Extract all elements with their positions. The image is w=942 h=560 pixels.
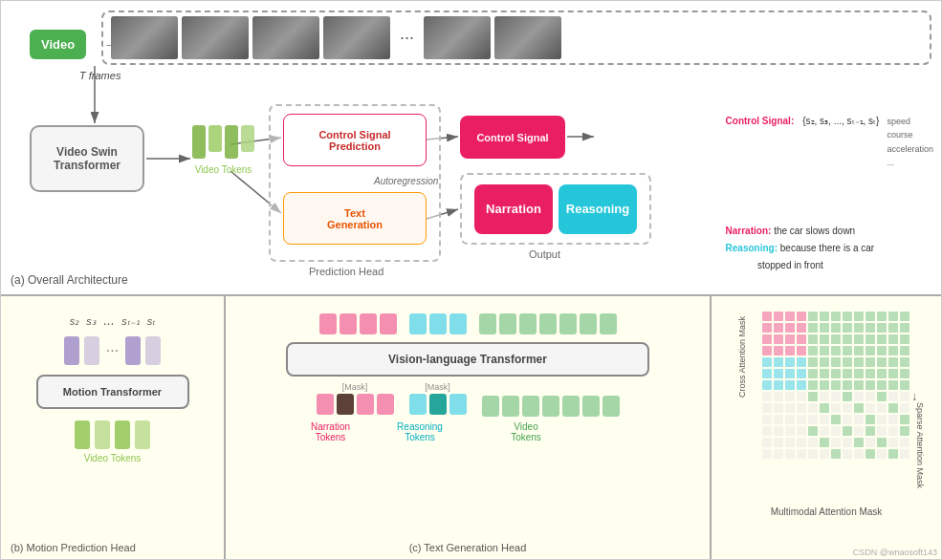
video-tokens-label: Video Tokens (195, 164, 252, 175)
n-in-tok-1 (317, 394, 334, 415)
ctrl-pred-box: Control Signal Prediction (283, 114, 427, 166)
narration-box: Narration (474, 184, 553, 234)
green-bars-row (75, 420, 150, 449)
green-bar-1 (75, 420, 90, 449)
video-tok-2 (499, 313, 516, 334)
frame-3 (252, 16, 319, 59)
v-in-tok-6 (582, 396, 600, 417)
reasoning-tok-1 (409, 313, 427, 334)
purple-bar-4 (145, 336, 161, 365)
v-in-tok-2 (502, 396, 519, 417)
text-gen-box: Text Generation (283, 192, 427, 245)
cross-attn-label: Cross Attention Mask (737, 316, 747, 398)
n-in-tok-4 (377, 394, 394, 415)
narration-tokens-label: Narration Tokens (290, 421, 371, 442)
frame-4 (323, 16, 390, 59)
purple-bar-1 (64, 336, 79, 365)
video-tok-6 (580, 313, 597, 334)
sparse-attn-label: Sparse Attention Mask (915, 402, 925, 488)
attention-mask-section: Cross Attention Mask (712, 296, 941, 559)
reasoning-tokens-label: Reasoning Tokens (386, 421, 453, 442)
reasoning-box: Reasoning (559, 184, 637, 234)
autoregression-label: Autoregression (374, 176, 438, 186)
v-in-tok-3 (522, 396, 539, 417)
pred-head-label: Prediction Head (309, 266, 383, 277)
output-box: Narration Reasoning Output (460, 173, 651, 245)
video-tok-3 (519, 313, 537, 334)
video-tok-1 (479, 313, 496, 334)
motion-pred-label: (b) Motion Prediction Head (11, 542, 136, 553)
attn-mask-grid (762, 312, 910, 460)
v-in-tok-4 (542, 396, 559, 417)
frame-1 (111, 16, 178, 59)
frames-ellipsis: ··· (394, 28, 420, 48)
t-frames-label: T frames (79, 70, 120, 81)
v-in-tok-5 (562, 396, 580, 417)
arch-label: (a) Overall Architecture (11, 273, 128, 287)
narration-tok-2 (340, 313, 357, 334)
purple-bars-row: ··· (64, 336, 161, 365)
purple-bar-3 (125, 336, 141, 365)
multimodal-label: Multimodal Attention Mask (771, 506, 883, 517)
n-mask-tok (337, 394, 354, 415)
right-descriptions: Control Signal: {s₂, s₃, ..., sₜ₋₁, sₜ} … (726, 114, 933, 274)
n-in-tok-3 (357, 394, 374, 415)
vl-transformer-box: Vision-language Transformer (286, 342, 649, 377)
frame-6 (494, 16, 561, 59)
v-in-tok-1 (482, 396, 499, 417)
purple-bar-2 (84, 336, 99, 365)
frame-5 (424, 16, 491, 59)
video-tok-5 (559, 313, 577, 334)
video-tokens-label-bottom: Video Tokens (84, 453, 142, 463)
ctrl-signal-output-box: Control Signal (460, 116, 565, 159)
narration-tok-1 (319, 313, 337, 334)
video-tok-4 (539, 313, 557, 334)
r-mask-tok (429, 394, 447, 415)
r-in-tok-3 (449, 394, 467, 415)
s-labels-row: s₂ s₃ ··· sₜ₋₁ sₜ (70, 315, 156, 331)
motion-transformer-box: Motion Transformer (36, 375, 189, 409)
mask2-label: [Mask] (425, 382, 450, 392)
v-in-tok-7 (602, 396, 620, 417)
narration-tok-4 (380, 313, 397, 334)
watermark: CSDN @wnaosoft143 (853, 548, 937, 557)
green-bar-3 (115, 420, 130, 449)
green-bar-4 (135, 420, 150, 449)
vswin-box: Video Swin Transformer (30, 125, 144, 192)
video-tokens-label-center: Video Tokens (469, 421, 583, 442)
output-label: Output (529, 248, 560, 260)
video-label: Video (30, 30, 86, 59)
text-gen-head-section: Vision-language Transformer [Mask] [M (226, 296, 712, 559)
r-in-tok-1 (409, 394, 427, 415)
video-tokens-area: Video Tokens (192, 125, 254, 175)
motion-pred-head-section: s₂ s₃ ··· sₜ₋₁ sₜ ··· Motion Transformer (1, 296, 226, 559)
green-bar-2 (95, 420, 110, 449)
frame-2 (182, 16, 249, 59)
text-gen-head-label: (c) Text Generation Head (409, 542, 527, 553)
reasoning-tok-3 (449, 313, 467, 334)
mask1-label: [Mask] (342, 382, 368, 392)
reasoning-tok-2 (429, 313, 447, 334)
narration-tok-3 (360, 313, 377, 334)
video-tok-7 (600, 313, 617, 334)
